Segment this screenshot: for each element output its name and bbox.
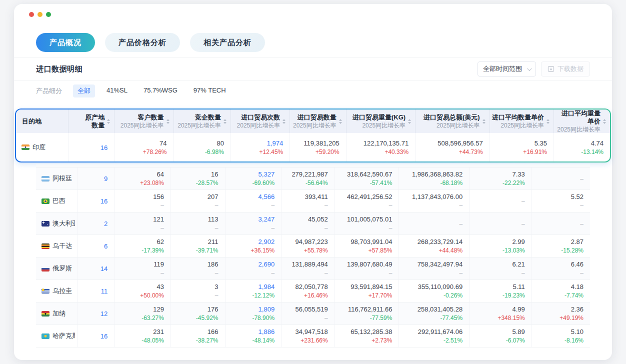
table-row-uganda[interactable]: 乌干达662-17.39%211-39.71%2,902+36.15%94,98… <box>36 235 590 258</box>
filter-option-41sl[interactable]: 41%SL <box>102 84 132 98</box>
growth-rate: – <box>173 202 218 210</box>
cell-value: 119,381,205 <box>292 139 339 148</box>
origin-count-link[interactable]: 16 <box>100 332 108 340</box>
column-subtitle: 2025同比增长率 <box>556 126 600 133</box>
filter-option-all[interactable]: 全部 <box>73 84 95 98</box>
growth-rate: -13.14% <box>556 148 604 156</box>
download-button[interactable]: 下载数据 <box>541 62 590 76</box>
sort-icon[interactable] <box>166 119 170 124</box>
cell-value: 462,491,256.52 <box>337 192 392 201</box>
cell-value: 139,807,680.49 <box>337 260 392 268</box>
growth-rate: -0.26% <box>401 292 462 300</box>
sort-icon[interactable] <box>603 119 606 124</box>
cell-value[interactable]: 1,886 <box>228 328 275 336</box>
column-header-trade-amount[interactable]: 进口贸易总额(美元)2025同比增长率 <box>416 110 490 133</box>
column-header-trade-quantity[interactable]: 进口贸易数量2025同比增长率 <box>290 110 346 133</box>
growth-rate: – <box>401 269 462 277</box>
origin-count-link[interactable]: 11 <box>101 288 108 295</box>
sort-icon[interactable] <box>408 119 411 124</box>
cell-trade-times: 5,327-69.60% <box>225 168 282 190</box>
cell-value[interactable]: 1,974 <box>233 139 283 148</box>
growth-rate: -69.60% <box>228 179 275 187</box>
column-title: 原产地数量 <box>82 114 104 130</box>
argentina-flag-icon <box>42 176 50 182</box>
cell-value[interactable]: 2,690 <box>228 260 275 268</box>
sort-icon[interactable] <box>339 119 342 124</box>
table-row-kazakhstan[interactable]: 哈萨克斯坦16231-48.05%166-38.27%1,886-48.14%3… <box>36 325 590 348</box>
cell-value: 129 <box>116 305 164 314</box>
cell-value: 64 <box>116 170 164 178</box>
column-header-competitor-count[interactable]: 竞企数量2025同比增长率 <box>174 110 230 133</box>
origin-count-link[interactable]: 16 <box>100 144 108 152</box>
origin-count-link[interactable]: 2 <box>104 220 108 228</box>
column-header-origin-count[interactable]: 原产地数量 <box>68 110 114 133</box>
highlighted-table-callout: 目的地原产地数量客户数量2025同比增长率竞企数量2025同比增长率进口贸易次数… <box>15 108 611 162</box>
sort-icon[interactable] <box>107 119 110 124</box>
cell-avg-weight-price: 4.74-13.14% <box>554 133 610 162</box>
column-header-trade-weight[interactable]: 进口贸易重量(KG)2025同比增长率 <box>346 110 415 133</box>
cell-trade-quantity: 393,411– <box>282 190 335 212</box>
cell-avg-weight-price: 4.18-7.74% <box>532 280 590 302</box>
growth-rate: +348.15% <box>472 314 525 322</box>
filter-option-757wsg[interactable]: 75.7%WSG <box>139 84 182 98</box>
time-range-select[interactable]: 全部时间范围 <box>478 62 536 76</box>
column-title: 进口贸易次数 <box>237 114 280 122</box>
column-header-customer-count[interactable]: 客户数量2025同比增长率 <box>114 110 174 133</box>
growth-rate: – <box>337 269 392 277</box>
table-row-uruguay[interactable]: 乌拉圭1143+50.00%3–1,984-12.12%82,050,778+1… <box>36 280 590 302</box>
maximize-window-icon[interactable] <box>46 12 51 17</box>
origin-count-link[interactable]: 16 <box>100 198 108 205</box>
cell-value: 4.74 <box>556 139 604 148</box>
sort-icon[interactable] <box>482 119 486 124</box>
cell-trade-weight: 65,132,285.38+2.73% <box>334 325 399 348</box>
table-row-australia[interactable]: 澳大利亚2121–113–3,247–45,052–101,005,075.01… <box>36 212 590 235</box>
cell-value: 62 <box>116 238 164 246</box>
table-row-russia[interactable]: 俄罗斯14119–186–2,690–131,889,494–139,807,6… <box>36 258 590 280</box>
sort-icon[interactable] <box>282 119 286 124</box>
cell-trade-weight: 318,642,590.67-57.41% <box>334 168 399 190</box>
filter-option-97tech[interactable]: 97% TECH <box>189 84 230 98</box>
cell-destination: 加纳 <box>36 302 77 325</box>
cell-trade-quantity: 82,050,778+16.46% <box>282 280 335 302</box>
growth-rate: – <box>228 269 275 277</box>
cell-value: 2.87 <box>534 238 584 246</box>
cell-value: 7.33 <box>472 170 525 178</box>
column-header-avg-weight-price[interactable]: 进口平均重量单价2025同比增长率 <box>554 110 610 133</box>
origin-count-link[interactable]: 9 <box>104 175 108 182</box>
tab-product-overview[interactable]: 产品概况 <box>36 33 95 52</box>
growth-rate: – <box>534 269 584 277</box>
sort-icon[interactable] <box>546 119 550 124</box>
cell-value[interactable]: 4,566 <box>228 192 275 201</box>
growth-rate: +78.26% <box>116 148 166 156</box>
table-row-india[interactable]: 印度1674+78.26%80-6.98%1,974+12.45%119,381… <box>16 133 610 162</box>
cell-trade-weight: 116,762,911.66-77.59% <box>334 302 399 325</box>
cell-value[interactable]: 1,809 <box>228 305 275 314</box>
cell-origin-count: 9 <box>77 168 114 190</box>
growth-rate: -12.12% <box>228 292 275 300</box>
cell-value[interactable]: 5,327 <box>228 170 275 178</box>
column-header-avg-quantity-price[interactable]: 进口平均数量单价2025同比增长率 <box>490 110 554 133</box>
origin-count-link[interactable]: 12 <box>100 310 108 318</box>
tab-price-analysis[interactable]: 产品价格分析 <box>105 33 180 52</box>
country-name: 哈萨克斯坦 <box>52 332 75 340</box>
table-row-argentina[interactable]: 阿根廷964+23.08%16-28.57%5,327-69.60%279,22… <box>36 168 590 190</box>
origin-count-link[interactable]: 6 <box>104 242 108 250</box>
cell-trade-times: 1,974+12.45% <box>230 133 290 162</box>
column-header-trade-times[interactable]: 进口贸易次数2025同比增长率 <box>230 110 290 133</box>
cell-value[interactable]: 3,247 <box>228 215 275 224</box>
cell-avg-quantity-price: 2.99-13.03% <box>470 235 532 258</box>
close-window-icon[interactable] <box>29 12 34 17</box>
cell-value: 4.18 <box>534 282 584 291</box>
table-row-brazil[interactable]: 巴西16156–207–4,566–393,411–462,491,256.52… <box>36 190 590 212</box>
origin-count-link[interactable]: 14 <box>100 265 108 272</box>
cell-avg-weight-price: 2.87-15.28% <box>532 235 590 258</box>
cell-value[interactable]: 1,984 <box>228 282 275 291</box>
tab-related-products[interactable]: 相关产品分析 <box>190 33 265 52</box>
minimize-window-icon[interactable] <box>38 12 42 17</box>
cell-avg-quantity-price: – <box>470 190 532 212</box>
table-row-ghana[interactable]: 加纳12129-63.27%176-45.92%1,809-78.90%56,0… <box>36 302 590 325</box>
growth-rate: +2.73% <box>337 336 392 344</box>
sort-icon[interactable] <box>224 119 226 124</box>
cell-value[interactable]: 2,902 <box>228 238 275 246</box>
growth-rate: – <box>173 224 218 232</box>
